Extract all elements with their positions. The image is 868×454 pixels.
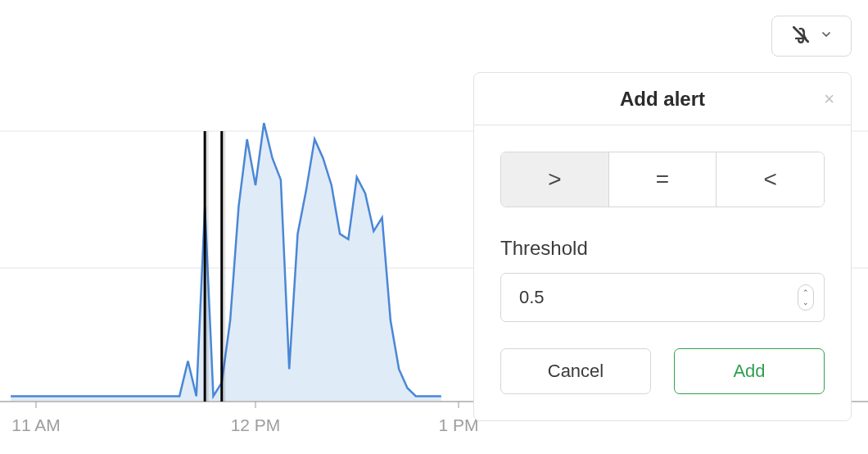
operator-less-than[interactable]: <: [716, 152, 824, 207]
popover-header: Add alert ×: [474, 73, 851, 125]
operator-segmented-control: > = <: [500, 152, 825, 207]
threshold-input-wrap[interactable]: ⌃ ⌄: [500, 273, 825, 322]
alert-off-icon: [790, 24, 811, 48]
popover-actions: Cancel Add: [500, 348, 825, 394]
chevron-down-icon: ⌄: [802, 298, 809, 306]
x-tick-label: 1 PM: [438, 415, 478, 434]
chevron-down-icon: [820, 28, 833, 44]
operator-greater-than[interactable]: >: [501, 152, 608, 207]
threshold-label: Threshold: [500, 237, 825, 260]
visibility-toggle-button[interactable]: [771, 16, 852, 57]
number-spinner[interactable]: ⌃ ⌄: [798, 284, 814, 311]
x-tick-label: 12 PM: [231, 415, 281, 434]
add-alert-popover: Add alert × > = < Threshold ⌃ ⌄ Cancel A…: [473, 72, 852, 421]
close-icon[interactable]: ×: [824, 90, 834, 108]
chart-area: [11, 123, 441, 402]
chevron-up-icon: ⌃: [802, 288, 809, 297]
cancel-button[interactable]: Cancel: [500, 348, 651, 394]
popover-body: > = < Threshold ⌃ ⌄ Cancel Add: [474, 125, 851, 420]
threshold-input[interactable]: [519, 287, 806, 308]
x-tick-label: 11 AM: [11, 415, 61, 434]
operator-equals[interactable]: =: [608, 152, 717, 207]
popover-title: Add alert: [620, 88, 705, 111]
add-button[interactable]: Add: [674, 348, 825, 394]
